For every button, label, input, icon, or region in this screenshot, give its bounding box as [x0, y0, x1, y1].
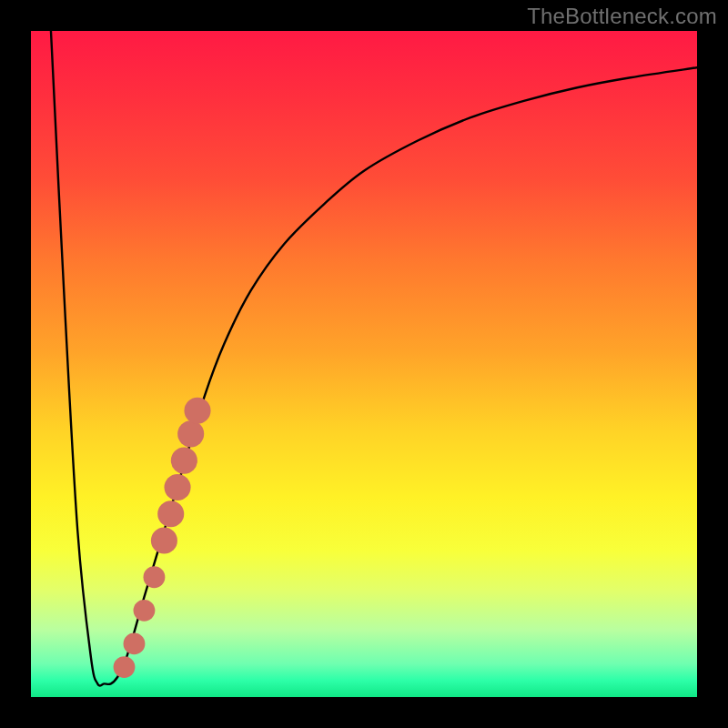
curve-marker [171, 448, 197, 474]
chart-svg [31, 31, 697, 697]
curve-marker [151, 527, 177, 553]
plot-area [31, 31, 697, 697]
attribution-text: TheBottleneck.com [527, 4, 717, 29]
curve-marker [144, 566, 166, 588]
curve-marker [114, 656, 136, 678]
curve-marker [157, 500, 184, 527]
curve-marker [184, 398, 210, 424]
chart-frame: TheBottleneck.com [0, 0, 728, 728]
curve-marker [134, 600, 156, 622]
gradient-background [31, 31, 697, 697]
curve-marker [177, 420, 204, 447]
curve-marker [164, 474, 190, 500]
curve-marker [124, 633, 146, 655]
